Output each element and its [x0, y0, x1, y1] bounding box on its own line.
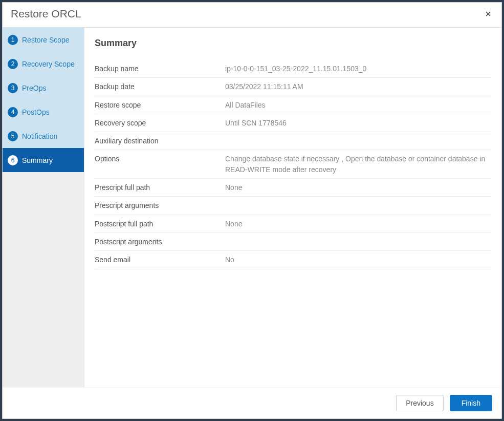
- sidebar-item-notification[interactable]: 5 Notification: [3, 124, 84, 148]
- content-panel: Summary Backup name ip-10-0-0-151_03-25-…: [84, 28, 501, 387]
- step-number-icon: 1: [8, 35, 18, 45]
- summary-value: [225, 136, 491, 146]
- sidebar-item-label: PostOps: [22, 108, 50, 116]
- summary-row-postscript-full-path: Postscript full path None: [95, 215, 491, 233]
- step-number-icon: 3: [8, 83, 18, 93]
- summary-label: Send email: [95, 255, 225, 265]
- summary-label: Prescript full path: [95, 182, 225, 193]
- summary-label: Auxiliary destination: [95, 136, 225, 146]
- summary-value: All DataFiles: [225, 100, 491, 110]
- summary-label: Postscript full path: [95, 219, 225, 229]
- sidebar-item-restore-scope[interactable]: 1 Restore Scope: [3, 28, 84, 52]
- modal-footer: Previous Finish: [3, 387, 501, 418]
- summary-label: Recovery scope: [95, 118, 225, 128]
- summary-row-options: Options Change database state if necessa…: [95, 150, 491, 179]
- step-number-icon: 5: [8, 131, 18, 141]
- step-number-icon: 6: [8, 155, 18, 165]
- summary-row-backup-name: Backup name ip-10-0-0-151_03-25-2022_11.…: [95, 60, 491, 78]
- summary-row-auxiliary-destination: Auxiliary destination: [95, 132, 491, 150]
- summary-label: Backup name: [95, 64, 225, 74]
- step-number-icon: 2: [8, 59, 18, 69]
- summary-label: Backup date: [95, 81, 225, 92]
- sidebar-item-summary[interactable]: 6 Summary: [3, 148, 84, 172]
- summary-value: [225, 237, 491, 247]
- close-icon[interactable]: ×: [483, 9, 493, 19]
- summary-value: No: [225, 255, 491, 265]
- summary-row-backup-date: Backup date 03/25/2022 11:15:11 AM: [95, 78, 491, 96]
- summary-value: Change database state if necessary , Ope…: [225, 154, 491, 175]
- step-number-icon: 4: [8, 107, 18, 117]
- summary-label: Options: [95, 154, 225, 175]
- summary-row-prescript-arguments: Prescript arguments: [95, 197, 491, 215]
- sidebar-item-preops[interactable]: 3 PreOps: [3, 76, 84, 100]
- modal-body: 1 Restore Scope 2 Recovery Scope 3 PreOp…: [3, 28, 501, 387]
- summary-label: Postscript arguments: [95, 237, 225, 247]
- summary-row-restore-scope: Restore scope All DataFiles: [95, 96, 491, 114]
- summary-value: 03/25/2022 11:15:11 AM: [225, 81, 491, 92]
- modal-title: Restore ORCL: [11, 8, 81, 20]
- sidebar-item-label: Notification: [22, 132, 57, 140]
- previous-button[interactable]: Previous: [396, 395, 443, 411]
- summary-value: ip-10-0-0-151_03-25-2022_11.15.01.1503_0: [225, 64, 491, 74]
- sidebar-item-label: Recovery Scope: [22, 60, 75, 68]
- summary-value: None: [225, 182, 491, 193]
- finish-button[interactable]: Finish: [450, 395, 492, 411]
- page-title: Summary: [95, 38, 491, 49]
- summary-row-send-email: Send email No: [95, 251, 491, 269]
- summary-row-prescript-full-path: Prescript full path None: [95, 179, 491, 197]
- modal-header: Restore ORCL ×: [3, 3, 501, 28]
- summary-value: [225, 200, 491, 210]
- sidebar-item-postops[interactable]: 4 PostOps: [3, 100, 84, 124]
- sidebar-item-label: PreOps: [22, 84, 46, 92]
- summary-value: Until SCN 1778546: [225, 118, 491, 128]
- summary-value: None: [225, 219, 491, 229]
- summary-row-postscript-arguments: Postscript arguments: [95, 233, 491, 251]
- sidebar-item-recovery-scope[interactable]: 2 Recovery Scope: [3, 52, 84, 76]
- sidebar-item-label: Summary: [22, 156, 53, 164]
- restore-wizard-modal: Restore ORCL × 1 Restore Scope 2 Recover…: [2, 2, 502, 419]
- sidebar-item-label: Restore Scope: [22, 36, 70, 44]
- wizard-sidebar: 1 Restore Scope 2 Recovery Scope 3 PreOp…: [3, 28, 84, 387]
- summary-label: Prescript arguments: [95, 200, 225, 210]
- summary-row-recovery-scope: Recovery scope Until SCN 1778546: [95, 114, 491, 132]
- summary-label: Restore scope: [95, 100, 225, 110]
